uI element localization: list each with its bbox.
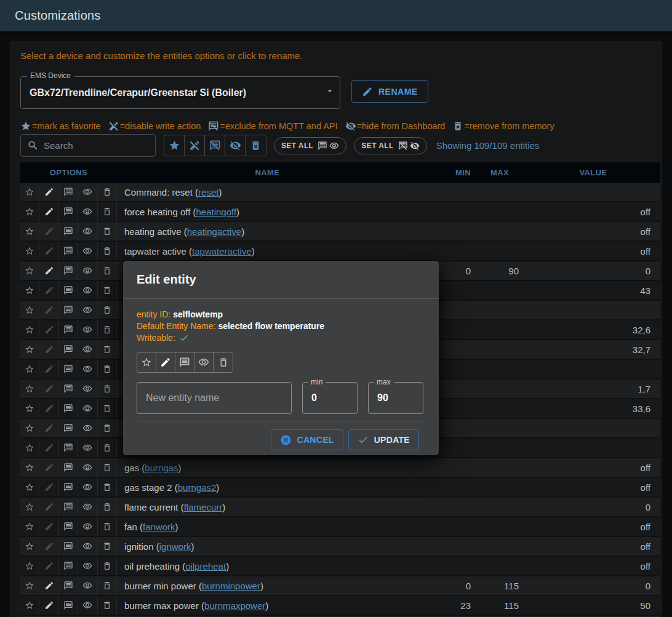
row-favorite-button[interactable] xyxy=(20,340,39,359)
row-delete-button[interactable] xyxy=(98,261,117,280)
row-edit-button[interactable] xyxy=(39,478,58,496)
row-mqtt-exclude-button[interactable] xyxy=(59,320,78,339)
row-favorite-button[interactable] xyxy=(20,183,39,201)
row-favorite-button[interactable] xyxy=(20,439,39,457)
row-mqtt-exclude-button[interactable] xyxy=(59,576,78,595)
set-all-show-button[interactable]: SET ALL xyxy=(274,137,346,154)
row-delete-button[interactable] xyxy=(98,183,117,201)
row-edit-button[interactable] xyxy=(39,281,58,300)
row-edit-button[interactable] xyxy=(39,498,58,516)
row-favorite-button[interactable] xyxy=(20,281,39,300)
rename-button[interactable]: RENAME xyxy=(351,80,428,103)
ems-device-select[interactable]: EMS Device GBx72/Trendline/Cerapur/Green… xyxy=(20,76,340,109)
row-mqtt-exclude-button[interactable] xyxy=(59,183,78,201)
dialog-option-star-border-button[interactable] xyxy=(137,352,156,372)
row-edit-button[interactable] xyxy=(39,576,58,595)
entity-id-link[interactable]: burngas xyxy=(145,463,178,473)
table-row[interactable]: fan (fanwork)off xyxy=(20,517,660,537)
row-mqtt-exclude-button[interactable] xyxy=(59,419,78,437)
row-visibility-button[interactable] xyxy=(78,261,97,280)
row-edit-button[interactable] xyxy=(39,419,58,437)
row-delete-button[interactable] xyxy=(98,242,117,260)
row-mqtt-exclude-button[interactable] xyxy=(59,596,78,615)
table-row[interactable]: Command: reset (reset) xyxy=(20,183,660,202)
new-entity-name-input[interactable] xyxy=(137,392,291,404)
table-row[interactable]: burner max power (burnmaxpower)2311550 xyxy=(20,596,660,616)
row-mqtt-exclude-button[interactable] xyxy=(59,478,78,496)
entity-id-link[interactable]: fanwork xyxy=(143,522,175,532)
row-delete-button[interactable] xyxy=(98,419,117,437)
table-row[interactable]: gas (burngas)off xyxy=(20,458,660,478)
row-delete-button[interactable] xyxy=(98,439,117,457)
row-visibility-button[interactable] xyxy=(78,380,97,398)
filter-comments-disabled-button[interactable] xyxy=(205,135,225,156)
filter-delete-forever-button[interactable] xyxy=(246,135,266,156)
table-row[interactable]: burner min power (burnminpower)01150 xyxy=(20,576,660,596)
row-mqtt-exclude-button[interactable] xyxy=(59,517,78,536)
row-visibility-button[interactable] xyxy=(78,557,97,575)
row-delete-button[interactable] xyxy=(98,380,117,398)
row-delete-button[interactable] xyxy=(98,222,117,241)
dialog-option-delete-outline-button[interactable] xyxy=(214,352,233,372)
min-input[interactable] xyxy=(303,392,357,404)
table-row[interactable]: tapwater active (tapwateractive)off xyxy=(20,242,660,261)
row-delete-button[interactable] xyxy=(98,576,117,595)
row-edit-button[interactable] xyxy=(39,557,58,575)
row-favorite-button[interactable] xyxy=(20,202,39,221)
row-delete-button[interactable] xyxy=(98,498,117,516)
row-edit-button[interactable] xyxy=(39,596,58,615)
row-delete-button[interactable] xyxy=(98,399,117,418)
row-favorite-button[interactable] xyxy=(20,498,39,516)
row-edit-button[interactable] xyxy=(39,242,58,260)
row-edit-button[interactable] xyxy=(39,380,58,398)
row-edit-button[interactable] xyxy=(39,458,58,477)
row-delete-button[interactable] xyxy=(98,537,117,555)
table-row[interactable]: flame current (flamecurr)0 xyxy=(20,498,660,517)
row-mqtt-exclude-button[interactable] xyxy=(59,301,78,319)
row-mqtt-exclude-button[interactable] xyxy=(59,537,78,555)
row-delete-button[interactable] xyxy=(98,320,117,339)
row-favorite-button[interactable] xyxy=(20,320,39,339)
row-edit-button[interactable] xyxy=(39,202,58,221)
row-edit-button[interactable] xyxy=(39,517,58,536)
row-mqtt-exclude-button[interactable] xyxy=(59,340,78,359)
filter-visibility-off-button[interactable] xyxy=(225,135,246,156)
entity-id-link[interactable]: ignwork xyxy=(159,541,191,552)
row-mqtt-exclude-button[interactable] xyxy=(59,281,78,300)
row-favorite-button[interactable] xyxy=(20,596,39,615)
row-visibility-button[interactable] xyxy=(78,439,97,457)
row-mqtt-exclude-button[interactable] xyxy=(59,261,78,280)
row-visibility-button[interactable] xyxy=(78,576,97,595)
cancel-button[interactable]: CANCEL xyxy=(271,429,343,450)
row-mqtt-exclude-button[interactable] xyxy=(59,242,78,260)
entity-id-link[interactable]: heatingoff xyxy=(196,207,236,217)
row-visibility-button[interactable] xyxy=(78,498,97,516)
row-mqtt-exclude-button[interactable] xyxy=(59,439,78,457)
table-row[interactable]: force heating off (heatingoff)off xyxy=(20,202,660,222)
filter-star-button[interactable] xyxy=(164,135,185,156)
table-row[interactable]: gas stage 2 (burngas2)off xyxy=(20,478,660,498)
set-all-hide-button[interactable]: SET ALL xyxy=(354,137,426,154)
row-visibility-button[interactable] xyxy=(78,596,97,615)
row-mqtt-exclude-button[interactable] xyxy=(59,498,78,516)
row-favorite-button[interactable] xyxy=(20,478,39,496)
entity-id-link[interactable]: burnminpower xyxy=(202,581,260,591)
row-visibility-button[interactable] xyxy=(78,183,97,201)
row-delete-button[interactable] xyxy=(98,557,117,575)
table-row[interactable]: ignition (ignwork)off xyxy=(20,537,660,557)
entity-id-link[interactable]: flamecurr xyxy=(184,502,223,512)
filter-edit-off-button[interactable] xyxy=(185,135,205,156)
row-visibility-button[interactable] xyxy=(78,222,97,241)
row-delete-button[interactable] xyxy=(98,340,117,359)
row-visibility-button[interactable] xyxy=(78,517,97,536)
row-mqtt-exclude-button[interactable] xyxy=(59,458,78,477)
row-favorite-button[interactable] xyxy=(20,537,39,555)
row-visibility-button[interactable] xyxy=(78,537,97,555)
row-edit-button[interactable] xyxy=(39,301,58,319)
row-mqtt-exclude-button[interactable] xyxy=(59,380,78,398)
row-mqtt-exclude-button[interactable] xyxy=(59,222,78,241)
entity-id-link[interactable]: burngas2 xyxy=(178,482,217,493)
row-mqtt-exclude-button[interactable] xyxy=(59,202,78,221)
row-delete-button[interactable] xyxy=(98,517,117,536)
row-edit-button[interactable] xyxy=(39,537,58,555)
